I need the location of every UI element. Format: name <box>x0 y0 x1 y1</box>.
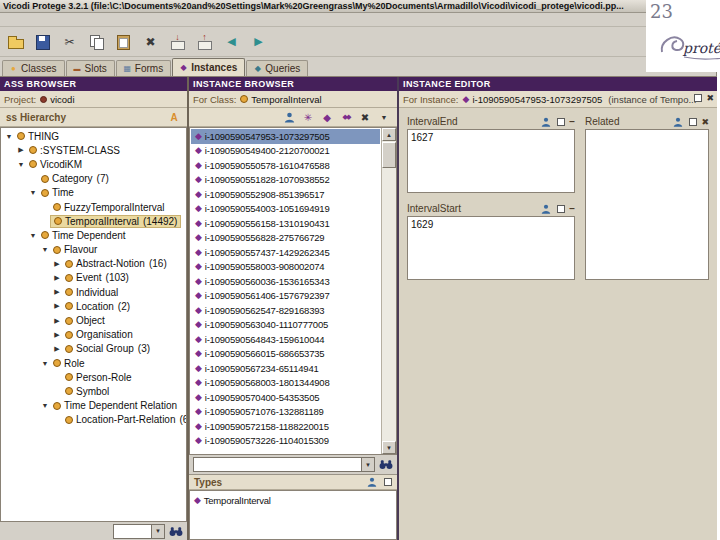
expand-arrow-icon[interactable]: ▼ <box>40 360 50 367</box>
expand-arrow-icon[interactable]: ▶ <box>16 146 26 154</box>
add-person-icon[interactable] <box>365 475 379 489</box>
instance-list-item[interactable]: ◆ i-1090590563040-1110777005 <box>191 318 380 333</box>
back-icon[interactable]: ◀ <box>221 32 242 52</box>
expand-arrow-icon[interactable]: ▶ <box>52 260 62 268</box>
instance-list-item[interactable]: ◆ i-1090590571076-132881189 <box>191 405 380 420</box>
remove-value-icon[interactable]: − <box>569 116 575 127</box>
open-project-icon[interactable] <box>5 32 26 52</box>
expand-arrow-icon[interactable]: ▼ <box>28 189 38 196</box>
tab-forms[interactable]: Forms <box>116 60 171 76</box>
class-tree-item[interactable]: ▶ Event (103) <box>1 271 186 285</box>
class-tree-item[interactable]: Location-Part-Relation (628) <box>1 413 186 427</box>
tab-queries[interactable]: Queries <box>246 60 308 76</box>
combo-dropdown-icon[interactable]: ▼ <box>361 458 374 471</box>
instance-list-item[interactable]: ◆ i-1090590551828-1070938552 <box>191 173 380 188</box>
expand-arrow-icon[interactable]: ▼ <box>28 232 38 239</box>
class-tree-item[interactable]: ▼ Role <box>1 356 186 370</box>
class-tree-item[interactable]: ▶ Organisation <box>1 328 186 342</box>
copy-icon[interactable] <box>86 32 107 52</box>
combo-dropdown-icon[interactable]: ▼ <box>151 525 164 538</box>
class-tree-item[interactable]: TemporalInterval (14492) <box>1 214 186 228</box>
add-person-icon[interactable] <box>671 115 685 129</box>
instance-list-item[interactable]: ◆ i-1090590560036-1536165343 <box>191 274 380 289</box>
class-tree-item[interactable]: ▶ Social Group (3) <box>1 342 186 356</box>
class-tree-item[interactable]: Symbol <box>1 384 186 398</box>
paste-icon[interactable] <box>113 32 134 52</box>
asterisk-icon[interactable]: ✳ <box>301 110 315 124</box>
superclass-combo[interactable]: ▼ <box>113 524 165 539</box>
expand-arrow-icon[interactable]: ▶ <box>52 345 62 353</box>
class-tree-item[interactable]: ▼ THING <box>1 129 186 143</box>
instance-list-scrollbar[interactable]: ▲ ▼ <box>381 128 396 454</box>
view-menu-icon[interactable]: ▼ <box>377 110 391 124</box>
interval-end-field[interactable]: 1627 <box>407 129 575 193</box>
class-tree-item[interactable]: ▶ :SYSTEM-CLASS <box>1 143 186 157</box>
TemporalInterval[interactable]: ◆ TemporalInterval <box>190 493 396 508</box>
expand-arrow-icon[interactable]: ▼ <box>16 161 26 168</box>
instance-list-item[interactable]: ◆ i-1090590557437-1429262345 <box>191 245 380 260</box>
instance-list-item[interactable]: ◆ i-1090590564843-159610044 <box>191 332 380 347</box>
delete-icon[interactable]: ✖ <box>140 32 161 52</box>
expand-arrow-icon[interactable]: ▶ <box>52 302 62 310</box>
view-form-icon[interactable] <box>694 94 702 102</box>
add-person-icon[interactable] <box>539 115 553 129</box>
import-icon[interactable]: ↓ <box>167 32 188 52</box>
instance-list-item[interactable]: ◆ i-1090590573226-1104015309 <box>191 434 380 449</box>
instance-list-item[interactable]: ◆ i-1090590552908-851396517 <box>191 187 380 202</box>
class-tree-item[interactable]: ▶ Individual <box>1 285 186 299</box>
copy-instance-icon[interactable]: ◆◆ <box>339 110 353 124</box>
class-tree-item[interactable]: ▼ Time <box>1 186 186 200</box>
card-icon[interactable] <box>557 118 565 126</box>
cut-icon[interactable]: ✂ <box>59 32 80 52</box>
class-tree-item[interactable]: ▶ Object <box>1 313 186 327</box>
instance-list-item[interactable]: ◆ i-1090590558003-908002074 <box>191 260 380 275</box>
expand-arrow-icon[interactable]: ▶ <box>52 331 62 339</box>
instance-list-item[interactable]: ◆ i-1090590568003-1801344908 <box>191 376 380 391</box>
save-project-icon[interactable] <box>32 32 53 52</box>
sort-az-icon[interactable]: A <box>167 110 181 124</box>
add-person-icon[interactable] <box>539 202 553 216</box>
instance-list-item[interactable]: ◆ i-1090590566015-686653735 <box>191 347 380 362</box>
card-icon[interactable] <box>557 205 565 213</box>
card-icon[interactable] <box>384 478 392 486</box>
class-tree-item[interactable]: Category (7) <box>1 172 186 186</box>
expand-arrow-icon[interactable]: ▶ <box>52 274 62 282</box>
instance-list-item[interactable]: ◆ i-1090590549400-2120700021 <box>191 144 380 159</box>
find-instance-icon[interactable] <box>379 458 393 472</box>
expand-arrow-icon[interactable]: ▼ <box>4 133 14 140</box>
export-icon[interactable]: ↑ <box>194 32 215 52</box>
remove-value-icon[interactable]: − <box>569 203 575 214</box>
instance-list-item[interactable]: ◆ i-1090590556158-1310190431 <box>191 216 380 231</box>
instance-list-item[interactable]: ◆ i-1090590562547-829168393 <box>191 303 380 318</box>
close-icon[interactable]: ✖ <box>706 93 714 103</box>
instance-list-item[interactable]: ◆ i-1090590554003-1051694919 <box>191 202 380 217</box>
class-tree-item[interactable]: ▶ Location (2) <box>1 299 186 313</box>
remove-value-icon[interactable]: ✖ <box>701 117 709 127</box>
find-class-icon[interactable] <box>169 524 183 538</box>
scroll-down-button[interactable]: ▼ <box>382 441 396 454</box>
class-tree-item[interactable]: FuzzyTemporalInterval <box>1 200 186 214</box>
instance-list-item[interactable]: ◆ i-1090590572158-1188220015 <box>191 419 380 434</box>
expand-arrow-icon[interactable]: ▼ <box>40 402 50 409</box>
add-person-icon[interactable] <box>282 110 296 124</box>
instance-list-item[interactable]: ◆ i-1090590570400-54353505 <box>191 390 380 405</box>
instance-list-item[interactable]: ◆ i-1090590556828-275766729 <box>191 231 380 246</box>
expand-arrow-icon[interactable]: ▼ <box>40 246 50 253</box>
class-tree-item[interactable]: ▼ Flavour <box>1 243 186 257</box>
class-tree-item[interactable]: ▼ Time Dependent <box>1 228 186 242</box>
class-tree-item[interactable]: Person-Role <box>1 370 186 384</box>
card-icon[interactable] <box>689 118 697 126</box>
class-tree-item[interactable]: ▼ VicodiKM <box>1 157 186 171</box>
expand-arrow-icon[interactable]: ▶ <box>52 288 62 296</box>
expand-arrow-icon[interactable]: ▶ <box>52 317 62 325</box>
tab-instances[interactable]: Instances <box>172 58 245 76</box>
instance-list-item[interactable]: ◆ i-1090590550578-1610476588 <box>191 158 380 173</box>
create-instance-icon[interactable]: ◆ <box>320 110 334 124</box>
instance-list-item[interactable]: ◆ i-1090590567234-65114941 <box>191 361 380 376</box>
tab-slots[interactable]: Slots <box>66 60 115 76</box>
related-field[interactable] <box>585 129 709 280</box>
scroll-up-button[interactable]: ▲ <box>382 128 396 141</box>
scroll-thumb[interactable] <box>382 142 396 168</box>
find-instance-combo[interactable]: ▼ <box>193 457 375 472</box>
instance-list-item[interactable]: ◆ i-1090590547953-1073297505 <box>191 129 380 144</box>
